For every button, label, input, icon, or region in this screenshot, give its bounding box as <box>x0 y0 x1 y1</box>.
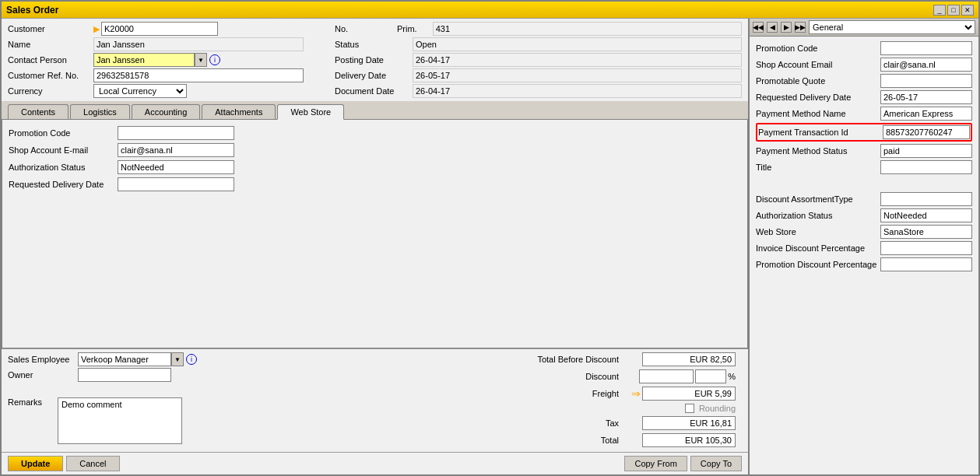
currency-select[interactable]: Local Currency <box>93 84 187 98</box>
update-button[interactable]: Update <box>8 456 63 471</box>
sales-employee-info-icon[interactable]: i <box>186 354 197 365</box>
rp-discount-assortment-input[interactable] <box>880 192 972 206</box>
tax-label: Tax <box>518 418 619 428</box>
sales-employee-dropdown[interactable]: ▼ <box>171 352 184 366</box>
rp-discount-assortment-row: Discount AssortmentType <box>756 192 972 206</box>
tab-attachments[interactable]: Attachments <box>202 104 276 119</box>
discount-label: Discount <box>518 372 619 381</box>
status-row: Status <box>335 37 742 51</box>
contact-person-info-icon[interactable]: i <box>209 54 220 65</box>
remarks-textarea[interactable] <box>58 397 182 444</box>
rp-requested-delivery-input[interactable] <box>880 90 972 104</box>
contact-person-dropdown[interactable]: ▼ <box>195 53 207 67</box>
remarks-row: Remarks <box>8 397 226 444</box>
rp-title-label: Title <box>756 163 880 172</box>
right-panel-content: Promotion Code Shop Account Email Promot… <box>750 37 978 474</box>
owner-row: Owner <box>8 368 226 382</box>
customer-row: Customer ▶ <box>8 22 304 36</box>
customer-ref-label: Customer Ref. No. <box>8 71 93 80</box>
rp-authorization-status-label: Authorization Status <box>756 211 880 220</box>
maximize-button[interactable]: □ <box>947 5 960 16</box>
prim-label: Prim. <box>397 24 417 33</box>
sales-order-window: Sales Order _ □ ✕ Customer ▶ <box>0 0 980 476</box>
sales-employee-input[interactable] <box>78 352 171 366</box>
tax-value-input[interactable] <box>642 416 736 430</box>
rp-payment-method-status-row: Payment Method Status <box>756 144 972 158</box>
ws-shop-email-input[interactable] <box>118 143 234 157</box>
ws-shop-email-row: Shop Account E-mail <box>9 143 741 157</box>
rp-web-store-label: Web Store <box>756 227 880 236</box>
posting-date-input[interactable] <box>413 53 742 67</box>
freight-row: Freight ⇒ <box>518 387 736 401</box>
customer-input[interactable] <box>101 22 218 36</box>
nav-prev-prev-button[interactable]: ◀◀ <box>753 22 764 33</box>
ws-requested-delivery-input[interactable] <box>118 177 234 191</box>
ws-promotion-code-row: Promotion Code <box>9 126 741 140</box>
copy-from-button[interactable]: Copy From <box>624 456 687 471</box>
close-button[interactable]: ✕ <box>961 5 974 16</box>
rp-requested-delivery-label: Requested Delivery Date <box>756 93 880 102</box>
no-input[interactable] <box>433 22 742 36</box>
rp-invoice-discount-input[interactable] <box>880 241 972 255</box>
rp-promotable-quote-input[interactable] <box>880 74 972 88</box>
owner-label: Owner <box>8 370 78 380</box>
rp-promotion-code-label: Promotion Code <box>756 44 880 53</box>
name-row: Name <box>8 37 304 51</box>
rp-payment-transaction-id-input[interactable] <box>883 125 970 139</box>
panel-dropdown[interactable]: General <box>809 20 975 34</box>
rp-payment-method-status-input[interactable] <box>880 144 972 158</box>
rp-spacer <box>756 177 972 192</box>
rp-discount-assortment-label: Discount AssortmentType <box>756 194 880 204</box>
remarks-section: Remarks <box>8 397 226 444</box>
rp-promotion-code-input[interactable] <box>880 41 972 55</box>
ws-promotion-code-input[interactable] <box>118 126 234 140</box>
freight-inputs: ⇒ <box>630 387 736 401</box>
rp-authorization-status-input[interactable] <box>880 208 972 222</box>
copy-to-button[interactable]: Copy To <box>690 456 742 471</box>
tab-contents[interactable]: Contents <box>8 104 68 119</box>
tab-accounting[interactable]: Accounting <box>132 104 200 119</box>
cancel-button[interactable]: Cancel <box>66 456 119 471</box>
total-before-discount-row: Total Before Discount <box>518 352 736 366</box>
rp-promotable-quote-label: Promotable Quote <box>756 76 880 86</box>
rp-web-store-input[interactable] <box>880 225 972 239</box>
nav-prev-button[interactable]: ◀ <box>767 22 778 33</box>
tab-webstore[interactable]: Web Store <box>277 104 344 120</box>
delivery-date-input[interactable] <box>413 68 742 82</box>
discount-pct-input[interactable] <box>695 369 726 383</box>
freight-value-input[interactable] <box>642 387 736 401</box>
freight-label: Freight <box>518 389 619 398</box>
rp-promotion-code-row: Promotion Code <box>756 41 972 55</box>
nav-next-button[interactable]: ▶ <box>781 22 792 33</box>
main-content: Customer ▶ Name Contact Person <box>2 19 978 474</box>
ws-shop-email-label: Shop Account E-mail <box>9 145 118 155</box>
document-date-label: Document Date <box>335 86 413 96</box>
tab-logistics[interactable]: Logistics <box>70 104 130 119</box>
rp-promotable-quote-row: Promotable Quote <box>756 74 972 88</box>
status-input[interactable] <box>413 37 742 51</box>
discount-value-input[interactable] <box>639 369 694 383</box>
name-input[interactable] <box>93 37 304 51</box>
rp-requested-delivery-row: Requested Delivery Date <box>756 90 972 104</box>
rp-promotion-discount-input[interactable] <box>880 257 972 271</box>
contact-person-row: Contact Person ▼ i <box>8 53 304 67</box>
document-date-input[interactable] <box>413 84 742 98</box>
rp-payment-method-name-input[interactable] <box>880 107 972 121</box>
ws-auth-status-input[interactable] <box>118 160 234 174</box>
nav-next-next-button[interactable]: ▶▶ <box>795 22 806 33</box>
rp-shop-email-input[interactable] <box>880 58 972 72</box>
rp-payment-method-status-label: Payment Method Status <box>756 146 880 156</box>
owner-input[interactable] <box>78 368 171 382</box>
ws-requested-delivery-label: Requested Delivery Date <box>9 180 118 189</box>
tab-content-webstore: Promotion Code Shop Account E-mail Autho… <box>2 120 748 348</box>
total-before-discount-input[interactable] <box>642 352 736 366</box>
rp-title-input[interactable] <box>880 160 972 174</box>
total-value-input[interactable] <box>642 433 736 447</box>
contact-person-input[interactable] <box>93 53 195 67</box>
discount-row: Discount % <box>518 369 736 383</box>
rounding-checkbox[interactable] <box>685 404 694 413</box>
minimize-button[interactable]: _ <box>933 5 946 16</box>
customer-ref-input[interactable] <box>93 68 304 82</box>
left-fields: Customer ▶ Name Contact Person <box>8 22 304 100</box>
rp-invoice-discount-row: Invoice Discount Percentage <box>756 241 972 255</box>
